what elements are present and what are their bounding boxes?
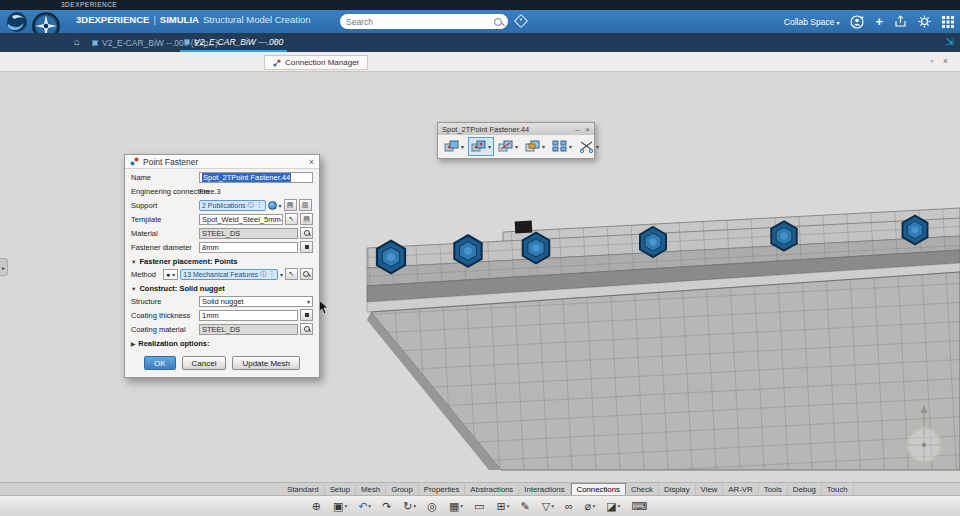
formula-button[interactable]	[300, 241, 313, 253]
template-pick-button[interactable]: ↖	[285, 213, 298, 225]
minimize-icon[interactable]: –	[575, 125, 579, 134]
material-field[interactable]: STEEL_DS	[199, 228, 298, 239]
toolbar-paste-button[interactable]: ▣▾	[331, 500, 349, 513]
name-field[interactable]: Spot_2TPoint Fastener.44	[199, 172, 313, 183]
toolbar-measure-button[interactable]: ⌀▾	[583, 500, 597, 513]
toolbar-table-button[interactable]: ▦▾	[447, 500, 465, 513]
collab-space-dropdown[interactable]: Collab Space▾	[784, 17, 840, 27]
toolbar-link-button[interactable]: ∞	[563, 500, 576, 513]
toolbar-section-button[interactable]: ◪▾	[604, 500, 622, 513]
add-content-button[interactable]: +	[875, 15, 883, 28]
panel-expander[interactable]: ▸	[0, 258, 8, 276]
fastener-tool-trim[interactable]: ▾	[576, 137, 602, 156]
chevron-down-icon[interactable]: ▾	[280, 271, 283, 278]
spot-weld-fastener[interactable]	[377, 241, 405, 273]
tab-group[interactable]: Group	[386, 483, 419, 495]
settings-button[interactable]	[918, 15, 931, 28]
app-header: 3DEXPERIENCE|SIMULIAStructural Model Cre…	[0, 10, 960, 33]
support-publication-icon[interactable]	[268, 201, 277, 210]
spot-weld-fastener[interactable]	[903, 216, 928, 245]
support-list-button[interactable]: ▤	[284, 199, 297, 211]
spot-weld-fastener[interactable]	[523, 233, 550, 264]
method-chip[interactable]: 13 Mechanical Featuresⓘ⋮	[180, 269, 278, 280]
method-combo[interactable]: ●▾	[163, 269, 178, 280]
search-icon[interactable]	[494, 18, 502, 26]
tab-connections-active[interactable]: Connections	[571, 483, 626, 495]
toolbar-keyboard-button[interactable]: ⌨	[629, 500, 650, 513]
dialog-titlebar[interactable]: Point Fastener ×	[125, 155, 319, 169]
ok-button[interactable]: OK	[144, 356, 176, 370]
tab-ar-vr[interactable]: AR-VR	[723, 483, 758, 495]
restore-icon[interactable]: ▫	[931, 56, 934, 66]
apps-button[interactable]	[942, 16, 954, 28]
realization-section-header[interactable]: ▶ Realization options:	[131, 339, 313, 348]
tab-properties[interactable]: Properties	[419, 483, 466, 495]
spot-weld-fastener[interactable]	[454, 235, 481, 267]
fastener-tool-surface[interactable]: ▾	[522, 137, 548, 156]
close-icon[interactable]: ×	[943, 56, 948, 66]
fastener-tool-group[interactable]: ▾	[549, 137, 575, 156]
toolbar-filter-button[interactable]: ▽▾	[540, 500, 556, 513]
coating-thickness-field[interactable]: 1mm	[199, 310, 298, 321]
coating-material-field[interactable]: STEEL_DS	[199, 324, 298, 335]
placement-section-header[interactable]: ▼ Fastener placement: Points	[131, 257, 313, 266]
fastener-tool-spot-active[interactable]: ▾	[468, 137, 494, 156]
structure-dropdown[interactable]: Solid nugget▾	[199, 296, 313, 307]
tab-abstractions[interactable]: Abstractions	[465, 483, 519, 495]
chevron-down-icon[interactable]: ▾	[279, 202, 282, 209]
spot-weld-fastener[interactable]	[771, 221, 796, 250]
share-button[interactable]	[894, 15, 907, 28]
coating-material-search-button[interactable]	[300, 323, 313, 335]
caret-down-icon: ▾	[551, 503, 554, 509]
tab-setup[interactable]: Setup	[325, 483, 356, 495]
model-mesh-container[interactable]	[365, 200, 960, 482]
fastener-tool-point[interactable]: ▾	[441, 137, 467, 156]
search-bar[interactable]	[340, 14, 508, 29]
template-catalog-button[interactable]: ▤	[300, 213, 313, 225]
new-tab-button[interactable]: +	[272, 35, 278, 47]
palette-titlebar[interactable]: Spot_2TPoint Fastener.44 – ×	[438, 123, 594, 135]
construct-section-header[interactable]: ▼ Construct: Solid nugget	[131, 284, 313, 293]
toolbar-frame-button[interactable]: ▭	[472, 500, 487, 513]
tab-mesh[interactable]: Mesh	[356, 483, 386, 495]
update-mesh-button[interactable]: Update Mesh	[232, 356, 300, 370]
method-pick-button[interactable]: ↖	[285, 268, 298, 280]
toolbar-redo-button[interactable]: ↷	[380, 500, 394, 513]
toolbar-refresh-button[interactable]: ↻▾	[401, 500, 418, 513]
method-search-button[interactable]	[300, 268, 313, 280]
toolbar-axes-button[interactable]: ⊞▾	[495, 500, 512, 513]
view-navigation-compass[interactable]	[898, 405, 950, 471]
toolbar-undo-button[interactable]: ↶▾	[356, 500, 373, 513]
model-mesh[interactable]	[365, 200, 960, 478]
expand-panel-icon[interactable]: ⇲	[946, 36, 954, 47]
menu-dots-icon[interactable]: ⋮	[256, 201, 263, 209]
home-icon[interactable]: ⌂	[74, 36, 80, 47]
connection-manager-tab[interactable]: Connection Manager	[264, 55, 368, 70]
search-input[interactable]	[346, 17, 494, 27]
tag-icon[interactable]	[514, 14, 528, 28]
support-chip[interactable]: 2 Publicationsⓘ⋮	[199, 200, 266, 211]
fastener-tool-line[interactable]: ▾	[495, 137, 521, 156]
close-icon[interactable]: ×	[585, 125, 590, 134]
material-search-button[interactable]	[300, 227, 313, 239]
template-field[interactable]: Spot_Weld_Steel_5mm-0000015E	[199, 214, 283, 225]
menu-dots-icon[interactable]: ⋮	[268, 270, 275, 278]
add-user-button[interactable]	[850, 15, 864, 29]
close-icon[interactable]: ×	[309, 157, 314, 167]
toolbar-sketch-button[interactable]: ✎	[519, 500, 533, 513]
formula-button[interactable]	[300, 309, 313, 321]
diameter-field[interactable]: 8mm	[199, 242, 298, 253]
tab-check[interactable]: Check	[626, 483, 659, 495]
toolbar-zoom-button[interactable]: ⊕	[310, 500, 324, 513]
tab-tools[interactable]: Tools	[759, 483, 788, 495]
tab-interactions[interactable]: Interactions	[519, 483, 570, 495]
cancel-button[interactable]: Cancel	[182, 356, 227, 370]
support-table-button[interactable]: ▥	[299, 199, 312, 211]
tab-display[interactable]: Display	[659, 483, 696, 495]
spot-weld-fastener[interactable]	[640, 227, 666, 257]
toolbar-target-button[interactable]: ◎	[425, 500, 440, 513]
tab-view[interactable]: View	[696, 483, 724, 495]
tab-standard[interactable]: Standard	[282, 483, 325, 495]
tab-touch[interactable]: Touch	[822, 483, 854, 495]
tab-debug[interactable]: Debug	[788, 483, 822, 495]
